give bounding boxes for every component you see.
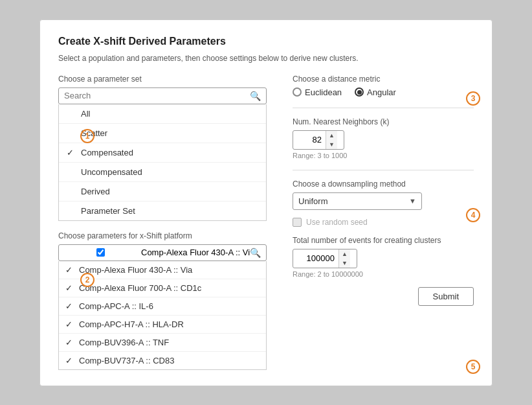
nn-down-button[interactable]: ▼ [326,140,337,149]
param-set-search-input[interactable] [64,91,250,100]
params-item-3[interactable]: ✓ Comp-APC-H7-A :: HLA-DR [59,316,266,334]
downsampling-select[interactable]: Uniform ▼ [293,192,422,210]
params-item-5-label: Comp-BUV737-A :: CD83 [79,356,174,365]
dropdown-item-compensated-label: Compensated [81,148,133,157]
submit-row: Submit [293,287,474,306]
dropdown-item-all[interactable]: All [59,104,266,124]
main-dialog: 1 2 3 4 5 Create X-shift Derived Paramet… [39,19,493,386]
check-parameterset [67,206,76,216]
param-set-dropdown: All Scatter ✓ Compensated Uncompensated … [58,104,267,221]
params-search-row[interactable]: 🔍 [58,244,267,261]
params-item-3-label: Comp-APC-H7-A :: HLA-DR [79,319,184,329]
events-input[interactable] [293,251,338,266]
badge-2: 2 [80,273,94,287]
right-column: Choose a distance metric Euclidean Angul… [293,75,474,370]
random-seed-row: Use random seed [293,218,474,227]
nn-spinner[interactable]: ▲ ▼ [293,130,344,150]
radio-euclidean[interactable]: Euclidean [293,87,342,97]
random-seed-checkbox[interactable] [293,218,302,227]
check-all [67,109,76,119]
check-derived [67,187,76,196]
random-seed-label: Use random seed [306,218,368,227]
nn-range-hint: Range: 3 to 1000 [293,152,474,159]
nn-arrows[interactable]: ▲ ▼ [326,131,337,149]
nn-section: Num. Nearest Neighbors (k) ▲ ▼ Range: 3 … [293,117,474,159]
check-compensated: ✓ [67,148,76,157]
badge-1: 1 [80,129,94,143]
divider-1 [293,108,474,108]
check-params-4: ✓ [65,338,74,347]
radio-angular-label: Angular [367,87,396,97]
dropdown-item-all-label: All [81,109,90,119]
param-set-label: Choose a parameter set [58,75,267,84]
radio-angular-circle [355,87,364,97]
check-params-2: ✓ [65,301,74,311]
radio-euclidean-label: Euclidean [305,87,342,97]
left-column: Choose a parameter set 🔍 All Scatter ✓ C… [58,75,267,370]
search-icon: 🔍 [250,91,261,101]
params-section-label: Choose parameters for x-Shift platform [58,231,267,240]
params-item-4-label: Comp-BUV396-A :: TNF [79,338,169,347]
param-set-search-box[interactable]: 🔍 [58,87,267,104]
distance-metric-section: Choose a distance metric Euclidean Angul… [293,75,474,97]
radio-group: Euclidean Angular [293,87,474,97]
params-item-4[interactable]: ✓ Comp-BUV396-A :: TNF [59,334,266,352]
events-label: Total number of events for creating clus… [293,236,474,245]
params-search-icon: 🔍 [250,248,261,258]
downsampling-section: Choose a downsampling method Uniform ▼ [293,179,474,210]
chevron-down-icon: ▼ [409,197,416,205]
dropdown-item-compensated[interactable]: ✓ Compensated [59,143,266,163]
badge-5: 5 [466,360,480,374]
params-item-2[interactable]: ✓ Comp-APC-A :: IL-6 [59,297,266,316]
params-search-input[interactable] [141,248,250,257]
dropdown-item-parameterset-label: Parameter Set [81,206,135,216]
nn-up-button[interactable]: ▲ [326,131,337,140]
nn-label: Num. Nearest Neighbors (k) [293,117,474,126]
check-params-0: ✓ [65,265,74,275]
badge-3: 3 [466,91,480,106]
params-item-1-label: Comp-Alexa Fluor 700-A :: CD1c [79,283,201,293]
submit-button[interactable]: Submit [418,287,474,306]
params-all-checkbox[interactable] [64,248,137,257]
dropdown-item-parameterset[interactable]: Parameter Set [59,202,266,220]
dropdown-item-derived-label: Derived [81,187,110,196]
params-item-5[interactable]: ✓ Comp-BUV737-A :: CD83 [59,352,266,369]
events-spinner[interactable]: ▲ ▼ [293,249,357,268]
events-section: Total number of events for creating clus… [293,236,474,278]
dropdown-item-derived[interactable]: Derived [59,182,266,202]
downsampling-label: Choose a downsampling method [293,179,474,189]
dropdown-item-uncompensated-label: Uncompensated [81,167,142,177]
check-params-1: ✓ [65,283,74,293]
downsampling-value: Uniform [298,196,328,206]
badge-4: 4 [466,208,480,222]
distance-metric-label: Choose a distance metric [293,75,474,84]
dialog-title: Create X-shift Derived Parameters [58,36,474,47]
events-arrows[interactable]: ▲ ▼ [338,249,350,268]
radio-angular[interactable]: Angular [355,87,396,97]
dialog-subtitle: Select a population and parameters, then… [58,54,474,63]
events-down-button[interactable]: ▼ [339,259,350,268]
params-item-0-label: Comp-Alexa Fluor 430-A :: Via [79,265,192,275]
events-up-button[interactable]: ▲ [339,249,350,259]
check-params-3: ✓ [65,319,74,329]
radio-euclidean-circle [293,87,302,97]
dropdown-item-uncompensated[interactable]: Uncompensated [59,163,266,182]
divider-2 [293,170,474,170]
check-scatter [67,128,76,138]
params-item-2-label: Comp-APC-A :: IL-6 [79,301,153,311]
events-range-hint: Range: 2 to 10000000 [293,270,474,278]
check-uncompensated [67,167,76,177]
nn-input[interactable] [293,132,326,147]
check-params-5: ✓ [65,356,74,365]
